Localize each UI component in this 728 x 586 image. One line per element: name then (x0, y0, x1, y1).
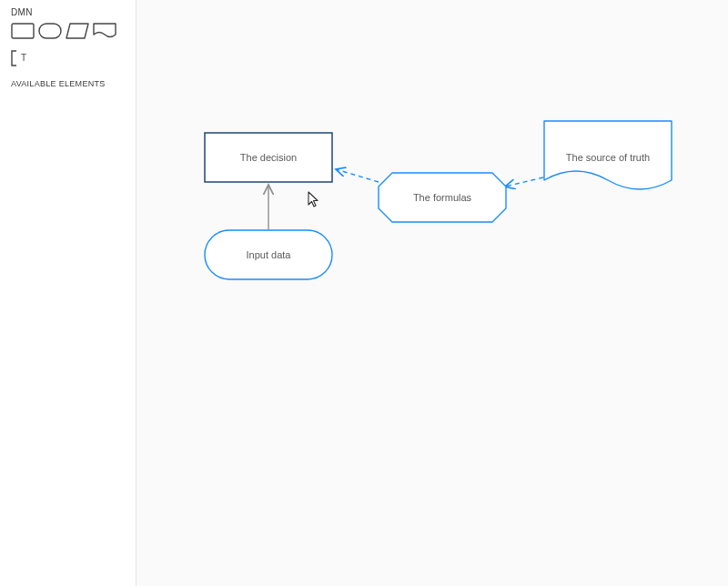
svg-rect-0 (12, 24, 34, 38)
palette-text-annotation-icon[interactable]: T (11, 50, 35, 70)
svg-rect-1 (39, 24, 61, 38)
palette-bkm-icon[interactable] (66, 23, 89, 43)
node-source-of-truth-label: The source of truth (566, 152, 650, 163)
diagram-svg: The decision Input data The formulas The… (136, 0, 728, 586)
svg-marker-2 (66, 24, 88, 38)
node-decision[interactable]: The decision (205, 133, 332, 182)
node-decision-label: The decision (240, 152, 297, 163)
available-elements-label: AVAILABLE ELEMENTS (11, 79, 125, 88)
dmn-section-label: DMN (11, 7, 125, 17)
node-formulas[interactable]: The formulas (379, 173, 506, 222)
node-input-data-label: Input data (247, 249, 292, 260)
svg-text:T: T (21, 53, 26, 63)
sidebar-palette: DMN T AVAILABLE ELEMENTS (0, 0, 136, 586)
palette-input-data-icon[interactable] (38, 23, 62, 43)
node-formulas-label: The formulas (413, 192, 472, 203)
palette-knowledge-source-icon[interactable] (93, 23, 116, 43)
node-input-data[interactable]: Input data (205, 230, 332, 279)
palette-decision-icon[interactable] (11, 23, 35, 43)
edge-source-to-formulas[interactable] (505, 177, 543, 187)
node-source-of-truth[interactable]: The source of truth (544, 121, 672, 189)
edge-formulas-to-decision[interactable] (336, 169, 379, 182)
diagram-canvas[interactable]: The decision Input data The formulas The… (136, 0, 728, 586)
palette-row-shapes (11, 23, 125, 43)
palette-row-annotation: T (11, 50, 125, 70)
